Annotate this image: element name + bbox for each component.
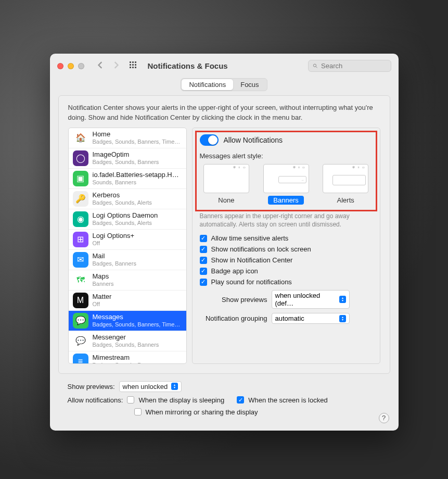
app-name: ImageOptim — [93, 150, 159, 159]
description-text: Notification Center shows your alerts in… — [68, 103, 380, 122]
app-sub: Badges, Sounds, Banners, Time… — [93, 138, 181, 145]
app-item[interactable]: 🏠HomeBadges, Sounds, Banners, Time… — [69, 128, 186, 148]
chevron-updown-icon: ▴▾ — [171, 383, 178, 390]
chevron-updown-icon: ▴▾ — [339, 296, 346, 303]
app-name: Mimestream — [93, 354, 159, 362]
app-item[interactable]: ✉MailBadges, Banners — [69, 250, 186, 270]
svg-rect-1 — [132, 61, 134, 63]
show-previews-select[interactable]: when unlocked (def… ▴▾ — [272, 290, 350, 309]
app-name: Messenger — [93, 333, 159, 342]
check-label: Badge app icon — [211, 267, 258, 275]
app-sub: Off — [93, 240, 135, 247]
check-lock-screen[interactable]: ✓ — [200, 246, 207, 253]
alert-style-alerts[interactable]: ⦿ ≡ ▭ Alerts — [319, 164, 373, 205]
allow-notifications-label: Allow Notifications — [224, 136, 283, 144]
check-screen-locked[interactable]: ✓ — [237, 396, 244, 404]
svg-rect-8 — [135, 67, 136, 68]
allow-notifications-toggle[interactable] — [200, 134, 219, 146]
svg-rect-5 — [135, 64, 136, 66]
footer-allow-label: Allow notifications: — [68, 396, 123, 404]
search-input[interactable] — [321, 62, 386, 70]
app-item[interactable]: 🔑KerberosBadges, Sounds, Alerts — [69, 189, 186, 209]
check-label: When the display is sleeping — [138, 396, 224, 404]
tab-group: Notifications Focus — [181, 78, 267, 91]
check-label: Show in Notification Center — [211, 256, 293, 264]
check-label: When the screen is locked — [248, 396, 327, 404]
app-sub: Badges, Sounds, Banners — [93, 362, 159, 364]
svg-rect-4 — [132, 64, 134, 66]
svg-rect-0 — [130, 61, 131, 63]
minimize-button[interactable] — [68, 63, 74, 69]
svg-point-9 — [313, 64, 316, 67]
alert-style-banners[interactable]: ⦿ ≡ ▭→ Banners — [259, 164, 313, 205]
app-sub: Off — [93, 301, 112, 308]
svg-rect-2 — [135, 61, 136, 63]
app-name: Logi Options Daemon — [93, 211, 158, 220]
app-name: io.fadel.Batteries-setapp.H… — [93, 171, 179, 179]
app-item[interactable]: MMatterOff — [69, 291, 186, 311]
app-item[interactable]: ≡MimestreamBadges, Sounds, Banners — [69, 351, 186, 364]
app-item[interactable]: ◯ImageOptimBadges, Sounds, Banners — [69, 148, 186, 169]
app-icon: ✉ — [73, 252, 88, 268]
check-notification-center[interactable]: ✓ — [200, 257, 207, 264]
show-all-icon[interactable] — [129, 61, 137, 71]
app-name: Home — [93, 130, 181, 138]
app-icon: 🗺 — [73, 272, 88, 288]
check-label: Play sound for notifications — [211, 278, 292, 286]
app-name: Maps — [93, 272, 114, 281]
app-item[interactable]: ▣io.fadel.Batteries-setapp.H…Sounds, Ban… — [69, 169, 186, 189]
show-previews-label: Show previews — [200, 296, 267, 304]
check-time-sensitive[interactable]: ✓ — [200, 235, 207, 242]
grouping-label: Notification grouping — [200, 314, 267, 322]
app-item[interactable]: 🗺MapsBanners — [69, 270, 186, 291]
app-sub: Banners — [93, 281, 114, 287]
close-button[interactable] — [57, 63, 63, 69]
zoom-button[interactable] — [78, 63, 84, 69]
app-list[interactable]: 🏠HomeBadges, Sounds, Banners, Time…◯Imag… — [68, 128, 187, 364]
check-badge[interactable]: ✓ — [200, 268, 207, 275]
style-description: Banners appear in the upper-right corner… — [200, 212, 373, 230]
help-button[interactable]: ? — [379, 413, 389, 423]
app-icon: ◉ — [73, 211, 88, 227]
app-item[interactable]: ⊞Logi Options+Off — [69, 230, 186, 250]
titlebar: Notifications & Focus — [50, 54, 399, 78]
app-name: Mail — [93, 252, 136, 260]
app-sub: Sounds, Banners — [93, 179, 179, 186]
grouping-select[interactable]: automatic ▴▾ — [272, 313, 350, 324]
check-sound[interactable]: ✓ — [200, 279, 207, 286]
page-title: Notifications & Focus — [148, 61, 304, 70]
check-label: Allow time sensitive alerts — [211, 234, 289, 242]
app-icon: ▣ — [73, 171, 88, 186]
alert-style-none[interactable]: ⦿ ≡ ▭ None — [200, 164, 253, 205]
detail-panel: Allow Notifications Messages alert style… — [192, 128, 380, 364]
app-sub: Badges, Sounds, Banners — [93, 342, 159, 348]
app-item[interactable]: 💬MessagesBadges, Sounds, Banners, Time… — [69, 311, 186, 331]
footer-previews-label: Show previews: — [68, 383, 115, 390]
app-name: Matter — [93, 293, 112, 301]
search-icon — [313, 63, 318, 69]
svg-rect-6 — [130, 67, 131, 68]
svg-rect-7 — [132, 67, 134, 68]
app-sub: Badges, Sounds, Banners, Time… — [93, 321, 181, 328]
app-sub: Badges, Banners — [93, 260, 136, 267]
check-label: Show notifications on lock screen — [211, 245, 311, 253]
check-mirroring[interactable] — [134, 408, 142, 415]
footer-previews-select[interactable]: when unlocked ▴▾ — [119, 381, 182, 392]
tab-notifications[interactable]: Notifications — [182, 79, 233, 90]
check-display-sleeping[interactable] — [127, 396, 134, 404]
app-item[interactable]: 💬MessengerBadges, Sounds, Banners — [69, 331, 186, 351]
chevron-updown-icon: ▴▾ — [339, 315, 346, 322]
app-icon: ⊞ — [73, 232, 88, 247]
svg-rect-3 — [130, 64, 131, 66]
app-sub: Badges, Sounds, Banners — [93, 159, 159, 166]
back-button[interactable] — [97, 61, 104, 71]
app-sub: Badges, Sounds, Alerts — [93, 199, 152, 206]
app-item[interactable]: ◉Logi Options DaemonBadges, Sounds, Aler… — [69, 209, 186, 230]
tab-focus[interactable]: Focus — [233, 79, 266, 90]
search-field[interactable] — [308, 60, 391, 72]
svg-line-10 — [315, 66, 317, 68]
traffic-lights — [57, 63, 84, 69]
forward-button[interactable] — [112, 61, 120, 71]
app-icon: 💬 — [73, 333, 88, 349]
preferences-window: Notifications & Focus Notifications Focu… — [50, 54, 399, 430]
